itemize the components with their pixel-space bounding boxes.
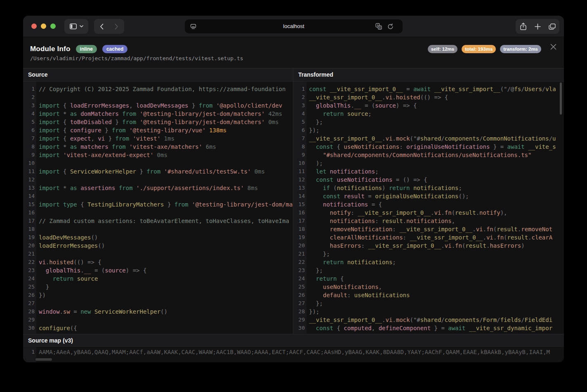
line-number: 4 <box>293 110 305 118</box>
line-number: 14 <box>23 192 35 200</box>
line-number: 16 <box>293 209 305 217</box>
line-number: 12 <box>293 176 305 184</box>
svg-text:文: 文 <box>379 26 382 29</box>
line-number: 7 <box>23 134 35 143</box>
sourcemap-title: Source map (v3) <box>23 334 564 347</box>
code-line: 6import { configure } from '@testing-lib… <box>23 126 293 134</box>
code-line: 19loadDevMessages() <box>23 233 293 242</box>
code-line: 7__vite_ssr_import_0__.vi.mock("#shared/… <box>293 134 564 143</box>
code-line: 10 ); <box>293 159 564 167</box>
browser-titlebar: localhost A文 <box>23 16 564 37</box>
sidebar-toggle-button[interactable] <box>64 19 88 34</box>
line-number: 3 <box>293 101 305 110</box>
code-line: 17 notifications: result.notifications, <box>293 217 564 225</box>
code-line: 24 return { <box>293 275 564 283</box>
line-number: 11 <box>293 167 305 176</box>
new-tab-button[interactable] <box>530 19 545 34</box>
code-line: 23 globalThis.__ = (source) => { <box>23 266 293 275</box>
timing-transform-badge: transform: 2ms <box>500 45 541 53</box>
line-number: 6 <box>23 126 35 134</box>
line-number: 17 <box>23 217 35 225</box>
line-number: 24 <box>293 275 305 283</box>
reload-icon[interactable] <box>385 21 395 31</box>
code-line: 9 "#shared/components/CommonNotification… <box>293 151 564 159</box>
code-line: 6}); <box>293 126 564 134</box>
url-text: localhost <box>185 19 403 33</box>
line-number: 22 <box>293 258 305 266</box>
line-number: 3 <box>23 101 35 110</box>
line-number: 24 <box>23 275 35 283</box>
code-line: 5 }; <box>293 118 564 126</box>
line-number: 19 <box>23 233 35 242</box>
address-bar[interactable]: localhost A文 <box>185 19 403 33</box>
tab-overview-button[interactable] <box>545 19 559 34</box>
page-title: Module Info <box>30 45 71 53</box>
badge-cached: cached <box>102 45 127 53</box>
code-line: 25 } <box>23 283 293 291</box>
transformed-panel: Transformed 1const __vite_ssr_import_0__… <box>293 68 564 334</box>
line-number: 5 <box>23 118 35 126</box>
transformed-panel-title: Transformed <box>293 68 564 82</box>
line-number: 30 <box>23 324 35 332</box>
code-line: 24 return source <box>23 275 293 283</box>
timing-self-badge: self: 12ms <box>428 45 457 53</box>
code-line: 15 notifications = { <box>293 200 564 209</box>
code-line: 26}) <box>23 291 293 299</box>
code-line: 19 clearAllNotifications: __vite_ssr_imp… <box>293 233 564 242</box>
zoom-window-button[interactable] <box>50 23 56 29</box>
translate-icon[interactable]: A文 <box>374 21 384 31</box>
line-number: 4 <box>23 110 35 118</box>
code-line: 9import 'vitest-axe/extend-expect' 0ms <box>23 151 293 159</box>
line-number: 30 <box>293 324 305 332</box>
code-line: 12 const useNotifications = () => { <box>293 176 564 184</box>
code-line: 28}); <box>293 307 564 316</box>
line-number: 21 <box>23 250 35 258</box>
line-number: 19 <box>293 233 305 242</box>
code-line: 22vi.hoisted(() => { <box>23 258 293 266</box>
line-number: 10 <box>293 159 305 167</box>
code-line: 3import { loadErrorMessages, loadDevMess… <box>23 101 293 110</box>
line-number: 10 <box>23 159 35 167</box>
line-number: 6 <box>293 126 305 134</box>
line-number: 2 <box>293 93 305 101</box>
close-window-button[interactable] <box>31 23 37 29</box>
minimize-window-button[interactable] <box>41 23 46 29</box>
line-number: 2 <box>23 93 35 101</box>
horizontal-scrollbar[interactable] <box>35 358 52 361</box>
code-line: 20loadErrorMessages() <box>23 242 293 250</box>
back-button[interactable] <box>94 19 109 34</box>
vertical-scrollbar[interactable] <box>560 82 562 115</box>
line-number: 25 <box>23 283 35 291</box>
close-icon[interactable] <box>549 43 557 50</box>
sourcemap-editor[interactable]: 1AAMA;AAeA,yBAAG,QAAQ,MAAM;AACf,aAAW,KAA… <box>23 347 564 362</box>
line-number: 5 <box>293 118 305 126</box>
code-line: 5import { toBeDisabled } from '@testing-… <box>23 118 293 126</box>
line-number: 15 <box>293 200 305 209</box>
line-number: 18 <box>293 225 305 233</box>
line-number: 23 <box>293 266 305 275</box>
source-panel-title: Source <box>23 68 293 82</box>
code-line: 30 const { computed, defineComponent } =… <box>293 324 564 332</box>
sourcemap-mappings: AAMA;AAeA,yBAAG,QAAQ,MAAM;AACf,aAAW,KAAK… <box>35 348 550 356</box>
line-number: 11 <box>23 167 35 176</box>
line-number: 7 <box>293 134 305 143</box>
code-line: 8 const { useNotifications: originalUseN… <box>293 143 564 151</box>
line-number: 8 <box>23 143 35 151</box>
code-line: 17// Zammad custom assertions: toBeAvata… <box>23 217 293 225</box>
code-line: 14 const result = originalUseNotificatio… <box>293 192 564 200</box>
line-number: 26 <box>23 291 35 299</box>
forward-button[interactable] <box>109 19 124 34</box>
code-line: 11 let notifications; <box>293 167 564 176</box>
line-number: 13 <box>23 184 35 192</box>
sourcemap-line-number: 1 <box>23 348 35 356</box>
source-code-editor[interactable]: 1// Copyright (C) 2012-2025 Zammad Found… <box>23 82 293 333</box>
code-line: 13import * as assertions from './support… <box>23 184 293 192</box>
timing-total-badge: total: 193ms <box>462 45 496 53</box>
share-button[interactable] <box>516 19 530 34</box>
line-number: 23 <box>23 266 35 275</box>
transformed-code-editor[interactable]: 1const __vite_ssr_import_0__ = await __v… <box>293 82 564 333</box>
nav-buttons <box>94 19 124 34</box>
line-number: 9 <box>293 151 305 159</box>
code-line: 23 }; <box>293 266 564 275</box>
code-line: 21 <box>23 250 293 258</box>
